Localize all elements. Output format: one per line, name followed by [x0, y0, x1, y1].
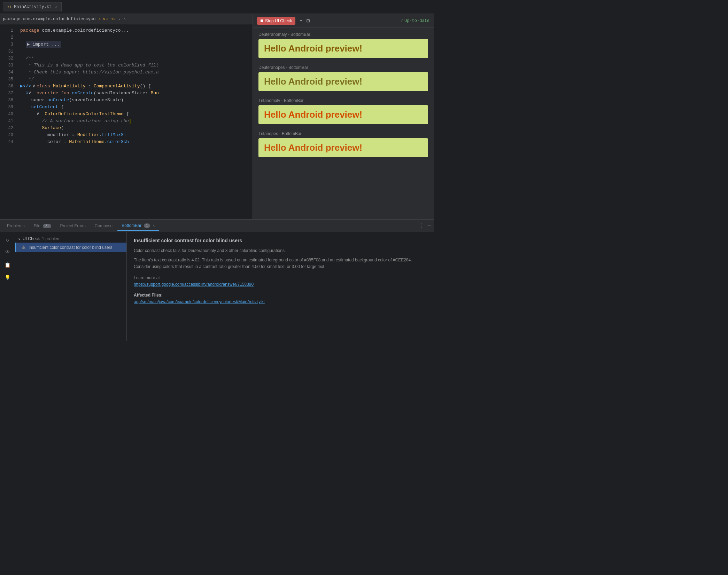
preview-toolbar: Stop UI Check ▾ ⊡ ✓ Up-to-date [253, 14, 434, 28]
expand-icon[interactable]: ∨ [18, 237, 21, 241]
tab-bottombar-close[interactable]: × [153, 223, 155, 228]
ui-check-header: ∨ UI Check 1 problem [15, 235, 126, 243]
tab-project-errors[interactable]: Project Errors [56, 221, 90, 230]
check-count: ✓ 12 [106, 17, 115, 21]
refresh-icon[interactable]: ↻ [3, 235, 13, 245]
clipboard-icon[interactable]: 📋 [3, 260, 13, 270]
problem-text: Insufficient color contrast for color bl… [29, 245, 113, 250]
preview-box-3: Hello Android preview! [258, 105, 428, 124]
chevron-down-icon[interactable]: ∨ [118, 17, 121, 21]
affected-files-section: Affected Files: app/src/main/java/com/ex… [134, 292, 427, 305]
line-numbers: 1 2 3 31 32 33 34 35 36 37 38 39 40 41 4… [0, 24, 17, 219]
split-view-icon[interactable]: ⊡ [307, 17, 310, 24]
learn-more-section: Learn more at https://support.google.com… [134, 275, 427, 288]
preview-section-tritanomaly: Tritanomaly - BottomBar Hello Android pr… [258, 98, 428, 124]
preview-text-3: Hello Android preview! [264, 109, 362, 120]
check-icon: ✓ [401, 18, 403, 23]
affected-files-label: Affected Files: [134, 293, 163, 298]
code-content: package com.example.colordeficiencyco...… [17, 24, 253, 219]
detail-panel: Insufficient color contrast for color bl… [127, 232, 434, 341]
preview-text-2: Hello Android preview! [264, 76, 362, 87]
editor-toolbar: package com.example.colordeficiencyco ⚠ … [0, 14, 253, 24]
preview-content: Deuteranomaly - BottomBar Hello Android … [253, 28, 434, 219]
tab-label: MainActivity.kt [14, 5, 52, 9]
learn-more-label: Learn more at [134, 275, 160, 280]
preview-text-1: Hello Android preview! [264, 43, 362, 54]
bulb-icon[interactable]: 💡 [3, 273, 13, 282]
minimize-icon[interactable]: — [427, 223, 431, 229]
warning-badge: ⚠ 9 ✓ 12 [98, 17, 115, 21]
preview-box-1: Hello Android preview! [258, 39, 428, 58]
tab-problems[interactable]: Problems [3, 221, 29, 230]
preview-label-4: Tritanopes - BottomBar [258, 131, 428, 136]
bottombar-badge: 1 [144, 223, 150, 228]
warning-triangle-icon: ⚠ [22, 245, 26, 250]
preview-panel: Stop UI Check ▾ ⊡ ✓ Up-to-date Deuterano… [253, 14, 434, 219]
more-options-icon[interactable]: ⋮ [419, 222, 425, 229]
detail-description-1: Color contrast check fails for Deuterano… [134, 247, 427, 254]
affected-file-link[interactable]: app/src/main/java/com/example/colordefic… [134, 299, 265, 304]
preview-label-1: Deuteranomaly - BottomBar [258, 32, 428, 37]
chevron-up-icon[interactable]: ∧ [123, 17, 126, 21]
preview-label-2: Deuteranopes - BottomBar [258, 65, 428, 70]
eye-icon[interactable]: 👁 [3, 247, 13, 257]
problem-item-contrast[interactable]: ⚠ Insufficient color contrast for color … [15, 243, 126, 252]
tab-close-button[interactable]: × [55, 5, 57, 9]
tab-bottombar[interactable]: BottomBar 1 × [117, 221, 159, 231]
left-sidebar: ↻ 👁 📋 💡 [0, 232, 15, 341]
preview-box-2: Hello Android preview! [258, 72, 428, 91]
code-editor[interactable]: 1 2 3 31 32 33 34 35 36 37 38 39 40 41 4… [0, 24, 253, 219]
ui-check-label: UI Check [23, 236, 40, 241]
learn-more-link[interactable]: https://support.google.com/accessibility… [134, 282, 254, 287]
editor-area: package com.example.colordeficiencyco ⚠ … [0, 14, 253, 219]
breadcrumb: package com.example.colordeficiencyco [3, 17, 95, 22]
preview-text-4: Hello Android preview! [264, 142, 362, 153]
preview-dropdown-arrow[interactable]: ▾ [298, 17, 303, 25]
main-container: package com.example.colordeficiencyco ⚠ … [0, 14, 434, 219]
preview-section-deuteranomaly: Deuteranomaly - BottomBar Hello Android … [258, 32, 428, 58]
stop-ui-check-button[interactable]: Stop UI Check [257, 17, 295, 25]
tab-mainactivity[interactable]: kt MainActivity.kt × [3, 2, 62, 11]
bottom-panel: Problems File 21 Project Errors Compose … [0, 219, 434, 341]
tab-bar: kt MainActivity.kt × [0, 0, 434, 14]
detail-body: Color contrast check fails for Deuterano… [134, 247, 427, 305]
problems-list: ∨ UI Check 1 problem ⚠ Insufficient colo… [15, 232, 127, 341]
preview-label-3: Tritanomaly - BottomBar [258, 98, 428, 103]
stop-button-label: Stop UI Check [265, 18, 292, 23]
tab-compose[interactable]: Compose [91, 221, 117, 230]
kotlin-file-icon: kt [7, 5, 12, 9]
up-to-date-badge: ✓ Up-to-date [401, 18, 429, 23]
tab-file[interactable]: File 21 [30, 221, 55, 230]
preview-section-deuteranopes: Deuteranopes - BottomBar Hello Android p… [258, 65, 428, 91]
warning-count: ⚠ 9 [98, 17, 105, 21]
preview-section-tritanopes: Tritanopes - BottomBar Hello Android pre… [258, 131, 428, 157]
file-badge: 21 [43, 224, 51, 228]
problem-count: 1 problem [42, 236, 60, 241]
detail-description-2: The item's text contrast ratio is 4.02. … [134, 257, 427, 270]
stop-icon [261, 19, 263, 22]
bottom-tab-bar: Problems File 21 Project Errors Compose … [0, 220, 434, 232]
bottom-content: ↻ 👁 📋 💡 ∨ UI Check 1 problem ⚠ Insuffici… [0, 232, 434, 341]
bottom-toolbar-right: ⋮ — [419, 222, 431, 229]
preview-box-4: Hello Android preview! [258, 138, 428, 157]
up-to-date-label: Up-to-date [404, 18, 429, 23]
detail-title: Insufficient color contrast for color bl… [134, 238, 427, 243]
